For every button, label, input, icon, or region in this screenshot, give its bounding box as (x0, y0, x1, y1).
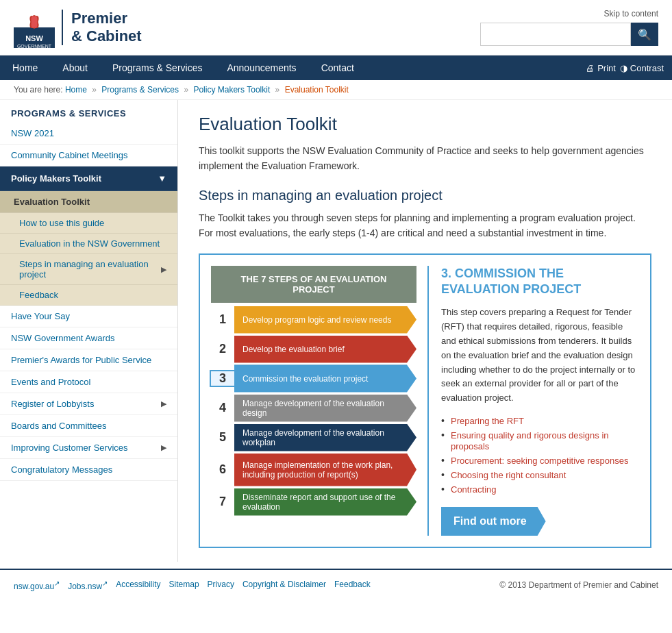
main-content: Evaluation Toolkit This toolkit supports… (178, 100, 672, 562)
contrast-button[interactable]: ◑ Contrast (620, 63, 664, 73)
skip-to-content-link[interactable]: Skip to content (604, 9, 658, 18)
find-out-more-button[interactable]: Find out more (441, 507, 546, 536)
steps-list-panel: THE 7 STEPS OF AN EVALUATION PROJECT 1 D… (211, 266, 416, 536)
search-form: 🔍 (480, 23, 658, 46)
nav-utilities: 🖨 Print ◑ Contrast (586, 63, 672, 73)
step-arrow-1: Develop program logic and review needs (234, 306, 416, 334)
nav-links: Home About Programs & Services Announcem… (0, 55, 366, 80)
search-input[interactable] (480, 23, 631, 46)
nav-home[interactable]: Home (0, 55, 50, 80)
breadcrumb-programs[interactable]: Programs & Services (101, 85, 179, 95)
sidebar-item-lobbyists[interactable]: Register of Lobbyists ▶ (0, 393, 177, 415)
breadcrumb-label: You are here: (14, 85, 65, 95)
sidebar-item-boards[interactable]: Boards and Committees (0, 415, 177, 437)
sidebar-item-have-your-say[interactable]: Have Your Say (0, 306, 177, 327)
breadcrumb: You are here: Home » Programs & Services… (0, 80, 672, 100)
sidebar-item-evaluation-nsw[interactable]: Evaluation in the NSW Government (0, 234, 177, 254)
dropdown-arrow-icon: ▼ (158, 173, 166, 184)
sidebar-item-events[interactable]: Events and Protocol (0, 371, 177, 393)
steps-diagram-box: THE 7 STEPS OF AN EVALUATION PROJECT 1 D… (199, 253, 651, 548)
footer-link-jobs[interactable]: Jobs.nsw↗ (68, 580, 108, 591)
logo-brand: Premier & Cabinet (62, 10, 142, 46)
print-icon: 🖨 (586, 63, 595, 73)
step-number-3: 3 (211, 371, 234, 386)
step-number-2: 2 (211, 342, 234, 356)
bullet-icon-3: • (441, 455, 445, 466)
link-ensuring-quality[interactable]: Ensuring quality and rigorous designs in… (451, 430, 609, 451)
step-arrow-7: Disseminate report and support use of th… (234, 488, 416, 516)
footer-link-sitemap[interactable]: Sitemap (169, 580, 199, 591)
step-row-3[interactable]: 3 Commission the evaluation project (211, 365, 416, 393)
footer-link-feedback[interactable]: Feedback (334, 580, 371, 591)
sidebar-item-nsw2021[interactable]: NSW 2021 (0, 123, 177, 145)
footer-links: nsw.gov.au↗ Jobs.nsw↗ Accessibility Site… (14, 580, 371, 591)
page-title: Evaluation Toolkit (199, 114, 651, 135)
breadcrumb-sep3: » (275, 85, 280, 95)
nav-bar: Home About Programs & Services Announcem… (0, 55, 672, 80)
list-item-contracting: • Contracting (441, 484, 639, 495)
arrow-right-customer-icon: ▶ (161, 443, 166, 452)
step-arrow-5: Manage development of the evaluation wor… (234, 424, 416, 451)
sidebar-item-nsw-awards[interactable]: NSW Government Awards (0, 327, 177, 349)
sidebar-item-feedback-sub[interactable]: Feedback (0, 285, 177, 306)
breadcrumb-sep1: » (92, 85, 97, 95)
diagram-header: THE 7 STEPS OF AN EVALUATION PROJECT (211, 266, 416, 303)
nav-about[interactable]: About (50, 55, 100, 80)
commission-title: 3. COMMISSION THE EVALUATION PROJECT (441, 266, 639, 298)
sidebar-item-evaluation-toolkit[interactable]: Evaluation Toolkit (0, 191, 177, 213)
commission-links-list: • Preparing the RFT • Ensuring quality a… (441, 415, 639, 495)
step-row-5[interactable]: 5 Manage development of the evaluation w… (211, 424, 416, 451)
sidebar-item-policy-makers-toolkit[interactable]: Policy Makers Toolkit ▼ (0, 166, 177, 191)
footer-link-nsw[interactable]: nsw.gov.au↗ (14, 580, 60, 591)
sidebar-item-congratulatory[interactable]: Congratulatory Messages (0, 459, 177, 481)
sidebar-item-customer-services[interactable]: Improving Customer Services ▶ (0, 437, 177, 459)
step-arrow-6: Manage implementation of the work plan, … (234, 454, 416, 486)
sidebar-section-title: PROGRAMS & SERVICES (0, 100, 177, 123)
sidebar-item-how-to-use[interactable]: How to use this guide (0, 213, 177, 234)
steps-intro-text: The Toolkit takes you through seven step… (199, 210, 651, 241)
nav-announcements[interactable]: Announcements (214, 55, 308, 80)
link-preparing-rft[interactable]: Preparing the RFT (451, 416, 524, 426)
footer-link-privacy[interactable]: Privacy (208, 580, 234, 591)
bullet-icon: • (441, 415, 445, 426)
link-choosing-consultant[interactable]: Choosing the right consultant (451, 470, 566, 480)
nav-contact[interactable]: Contact (309, 55, 366, 80)
breadcrumb-toolkit[interactable]: Policy Makers Toolkit (193, 85, 270, 95)
nav-programs-services[interactable]: Programs & Services (100, 55, 214, 80)
print-button[interactable]: 🖨 Print (586, 63, 616, 73)
step-row-2[interactable]: 2 Develop the evaluation brief (211, 336, 416, 363)
step-row-7[interactable]: 7 Disseminate report and support use of … (211, 488, 416, 516)
list-item-consultant: • Choosing the right consultant (441, 469, 639, 480)
step-number-6: 6 (211, 462, 234, 477)
commission-description: This step covers preparing a Request for… (441, 306, 639, 406)
step-row-6[interactable]: 6 Manage implementation of the work plan… (211, 454, 416, 486)
sidebar-item-steps-managing[interactable]: Steps in managing an evaluation project … (0, 254, 177, 285)
step-number-4: 4 (211, 401, 234, 415)
bullet-icon-4: • (441, 469, 445, 480)
svg-text:NSW: NSW (25, 34, 43, 42)
step-number-5: 5 (211, 430, 234, 445)
step-row-4[interactable]: 4 Manage development of the evaluation d… (211, 395, 416, 422)
svg-text:GOVERNMENT: GOVERNMENT (17, 44, 52, 48)
arrow-right-lobbyists-icon: ▶ (161, 399, 166, 408)
header-right: Skip to content 🔍 (480, 9, 658, 46)
search-button[interactable]: 🔍 (631, 23, 658, 46)
step-number-1: 1 (211, 312, 234, 327)
link-contracting[interactable]: Contracting (451, 484, 496, 495)
footer-link-accessibility[interactable]: Accessibility (116, 580, 160, 591)
footer-link-copyright[interactable]: Copyright & Disclaimer (242, 580, 326, 591)
arrow-right-icon: ▶ (161, 265, 166, 274)
step-row-1[interactable]: 1 Develop program logic and review needs (211, 306, 416, 334)
sidebar-sub-section: Evaluation Toolkit How to use this guide… (0, 191, 177, 306)
sidebar: PROGRAMS & SERVICES NSW 2021 Community C… (0, 100, 178, 562)
footer: nsw.gov.au↗ Jobs.nsw↗ Accessibility Site… (0, 569, 672, 601)
header: NSW GOVERNMENT Premier & Cabinet Skip to… (0, 0, 672, 55)
link-procurement[interactable]: Procurement: seeking competitive respons… (451, 456, 628, 466)
search-icon: 🔍 (638, 28, 651, 41)
sidebar-item-community-cabinet[interactable]: Community Cabinet Meetings (0, 145, 177, 166)
commission-panel: 3. COMMISSION THE EVALUATION PROJECT Thi… (427, 266, 639, 536)
intro-text: This toolkit supports the NSW Evaluation… (199, 143, 651, 174)
step-arrow-4: Manage development of the evaluation des… (234, 395, 416, 422)
sidebar-item-premiers-awards[interactable]: Premier's Awards for Public Service (0, 349, 177, 371)
breadcrumb-home[interactable]: Home (65, 85, 87, 95)
